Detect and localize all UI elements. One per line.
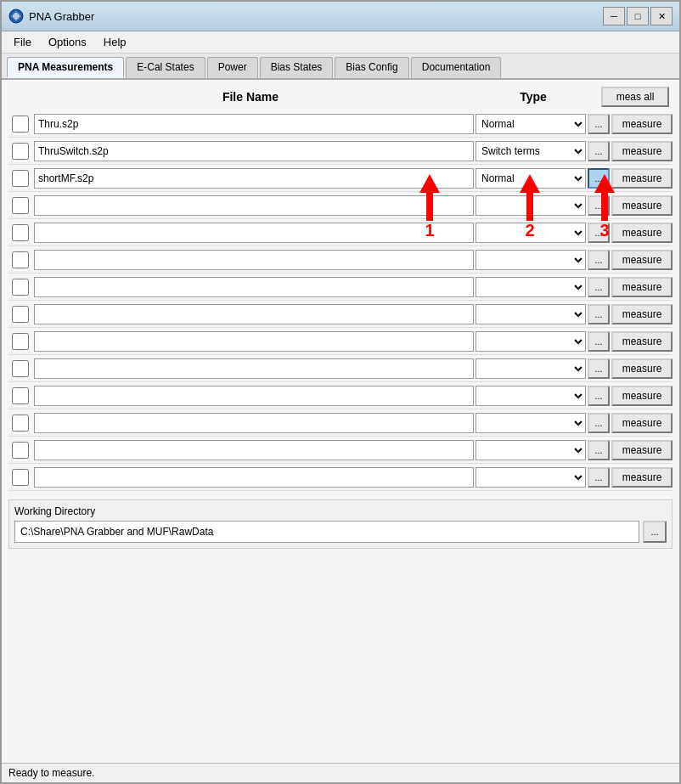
title-bar-buttons: ─ □ ✕ (603, 7, 673, 25)
row-dots-button[interactable]: ... (588, 223, 610, 243)
row-filename-input[interactable] (34, 277, 474, 297)
row-dots-button[interactable]: ... (588, 413, 610, 433)
row-checkbox[interactable] (12, 387, 29, 404)
row-checkbox[interactable] (12, 279, 29, 296)
row-dots-button[interactable]: ... (588, 304, 610, 324)
close-button[interactable]: ✕ (650, 7, 673, 25)
tab-pna-measurements[interactable]: PNA Measurements (7, 57, 124, 78)
row-dots-button[interactable]: ... (588, 358, 610, 379)
row-type-select[interactable]: NormalSwitch termsLoad matchIsolationRaw (476, 277, 586, 297)
row-filename-input[interactable] (34, 250, 474, 270)
row-measure-button[interactable]: measure (611, 168, 673, 189)
row-dots-button[interactable]: ... (588, 168, 610, 189)
table-row: NormalSwitch termsLoad matchIsolationRaw… (8, 355, 673, 382)
row-dots-button[interactable]: ... (588, 331, 610, 352)
row-filename-input[interactable] (34, 223, 474, 243)
minimize-button[interactable]: ─ (603, 7, 625, 25)
row-measure-button[interactable]: measure (611, 114, 673, 134)
table-row: NormalSwitch termsLoad matchIsolationRaw… (8, 382, 673, 409)
row-measure-button[interactable]: measure (611, 223, 673, 243)
row-checkbox[interactable] (12, 224, 29, 241)
row-dots-button[interactable]: ... (588, 141, 610, 161)
tab-bias-config[interactable]: Bias Config (335, 57, 408, 78)
main-content: File Name Type meas all NormalSwitch ter… (2, 80, 679, 763)
row-type-select[interactable]: NormalSwitch termsLoad matchIsolationRaw (476, 223, 586, 243)
row-dots-button[interactable]: ... (588, 114, 610, 134)
row-checkbox[interactable] (12, 442, 29, 459)
window-title: PNA Grabber (29, 10, 94, 23)
row-measure-button[interactable]: measure (611, 386, 673, 406)
row-checkbox[interactable] (12, 469, 29, 486)
row-filename-input[interactable] (34, 386, 474, 406)
tab-documentation[interactable]: Documentation (411, 57, 502, 78)
table-row: NormalSwitch termsLoad matchIsolationRaw… (8, 110, 673, 138)
row-measure-button[interactable]: measure (611, 250, 673, 270)
tab-ecal-states[interactable]: E-Cal States (126, 57, 205, 78)
tab-power[interactable]: Power (207, 57, 258, 78)
row-filename-input[interactable] (34, 195, 474, 216)
row-filename-input[interactable] (34, 331, 474, 352)
status-bar: Ready to measure. (2, 763, 679, 782)
row-checkbox[interactable] (12, 143, 29, 160)
menu-options[interactable]: Options (40, 33, 95, 51)
row-filename-input[interactable] (34, 114, 474, 134)
row-type-select[interactable]: NormalSwitch termsLoad matchIsolationRaw (476, 331, 586, 352)
row-checkbox[interactable] (12, 306, 29, 323)
row-measure-button[interactable]: measure (611, 331, 673, 352)
title-bar: PNA Grabber ─ □ ✕ (2, 2, 679, 31)
row-type-select[interactable]: NormalSwitch termsLoad matchIsolationRaw (476, 141, 586, 161)
tab-bias-states[interactable]: Bias States (260, 57, 334, 78)
row-dots-button[interactable]: ... (588, 195, 610, 216)
row-filename-input[interactable] (34, 168, 474, 189)
row-type-select[interactable]: NormalSwitch termsLoad matchIsolationRaw (476, 168, 586, 189)
row-measure-button[interactable]: measure (611, 358, 673, 379)
main-window: PNA Grabber ─ □ ✕ File Options Help PNA … (0, 0, 681, 784)
row-type-select[interactable]: NormalSwitch termsLoad matchIsolationRaw (476, 250, 586, 270)
row-dots-button[interactable]: ... (588, 440, 610, 460)
row-measure-button[interactable]: measure (611, 141, 673, 161)
row-checkbox[interactable] (12, 116, 29, 133)
row-dots-button[interactable]: ... (588, 277, 610, 297)
table-row: NormalSwitch termsLoad matchIsolationRaw… (8, 437, 673, 464)
row-measure-button[interactable]: measure (611, 304, 673, 324)
row-checkbox[interactable] (12, 360, 29, 377)
row-checkbox[interactable] (12, 170, 29, 187)
row-filename-input[interactable] (34, 141, 474, 161)
row-filename-input[interactable] (34, 358, 474, 379)
table-row: NormalSwitch termsLoad matchIsolationRaw… (8, 138, 673, 165)
working-dir-browse-button[interactable]: ... (643, 521, 667, 543)
row-filename-input[interactable] (34, 440, 474, 460)
row-measure-button[interactable]: measure (611, 277, 673, 297)
table-row: NormalSwitch termsLoad matchIsolationRaw… (8, 274, 673, 301)
row-filename-input[interactable] (34, 467, 474, 488)
menu-help[interactable]: Help (95, 33, 135, 51)
row-measure-button[interactable]: measure (611, 413, 673, 433)
row-measure-button[interactable]: measure (611, 440, 673, 460)
app-icon (8, 8, 24, 24)
row-dots-button[interactable]: ... (588, 467, 610, 488)
row-type-select[interactable]: NormalSwitch termsLoad matchIsolationRaw (476, 304, 586, 324)
row-dots-button[interactable]: ... (588, 386, 610, 406)
maximize-button[interactable]: □ (627, 7, 649, 25)
row-type-select[interactable]: NormalSwitch termsLoad matchIsolationRaw (476, 358, 586, 379)
working-dir-input[interactable] (14, 521, 639, 543)
row-checkbox[interactable] (12, 197, 29, 214)
row-type-select[interactable]: NormalSwitch termsLoad matchIsolationRaw (476, 440, 586, 460)
table-header: File Name Type meas all (8, 87, 673, 107)
rows-wrapper: NormalSwitch termsLoad matchIsolationRaw… (8, 110, 673, 491)
row-checkbox[interactable] (12, 415, 29, 431)
row-measure-button[interactable]: measure (611, 195, 673, 216)
row-type-select[interactable]: NormalSwitch termsLoad matchIsolationRaw (476, 114, 586, 134)
row-type-select[interactable]: NormalSwitch termsLoad matchIsolationRaw (476, 195, 586, 216)
row-filename-input[interactable] (34, 304, 474, 324)
row-filename-input[interactable] (34, 413, 474, 433)
row-checkbox[interactable] (12, 251, 29, 268)
row-dots-button[interactable]: ... (588, 250, 610, 270)
menu-file[interactable]: File (5, 33, 40, 51)
row-type-select[interactable]: NormalSwitch termsLoad matchIsolationRaw (476, 413, 586, 433)
row-checkbox[interactable] (12, 333, 29, 350)
row-measure-button[interactable]: measure (611, 467, 673, 488)
row-type-select[interactable]: NormalSwitch termsLoad matchIsolationRaw (476, 386, 586, 406)
row-type-select[interactable]: NormalSwitch termsLoad matchIsolationRaw (476, 467, 586, 488)
meas-all-button[interactable]: meas all (601, 87, 669, 107)
